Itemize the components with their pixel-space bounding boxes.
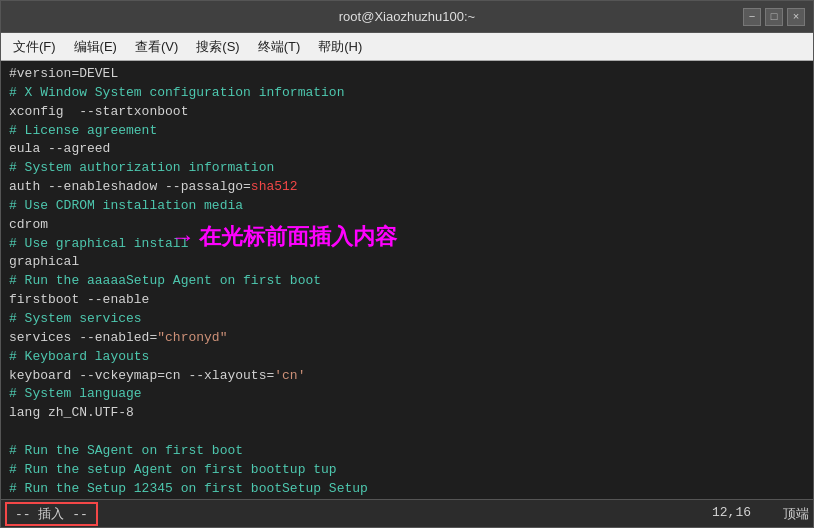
title-bar: root@Xiaozhuzhu100:~ − □ ×	[1, 1, 813, 33]
line-11: graphical	[9, 253, 805, 272]
menu-search[interactable]: 搜索(S)	[188, 35, 247, 59]
menu-file[interactable]: 文件(F)	[5, 35, 64, 59]
terminal-window: root@Xiaozhuzhu100:~ − □ × 文件(F) 编辑(E) 查…	[0, 0, 814, 528]
line-8: # Use CDROM installation media	[9, 197, 805, 216]
line-19: lang zh_CN.UTF-8	[9, 404, 805, 423]
line-17: keyboard --vckeymap=cn --xlayouts='cn'	[9, 367, 805, 386]
line-20	[9, 423, 805, 442]
line-22: # Run the setup Agent on first boottup t…	[9, 461, 805, 480]
status-bar: -- 插入 -- 12,16 顶端	[1, 499, 813, 527]
status-left: -- 插入 --	[5, 502, 98, 526]
line-7: auth --enableshadow --passalgo=sha512	[9, 178, 805, 197]
menu-bar: 文件(F) 编辑(E) 查看(V) 搜索(S) 终端(T) 帮助(H)	[1, 33, 813, 61]
window-title: root@Xiaozhuzhu100:~	[339, 9, 475, 24]
line-13: firstboot --enable	[9, 291, 805, 310]
menu-edit[interactable]: 编辑(E)	[66, 35, 125, 59]
line-5: eula --agreed	[9, 140, 805, 159]
maximize-button[interactable]: □	[765, 8, 783, 26]
line-3: xconfig --startxonboot	[9, 103, 805, 122]
terminal-content[interactable]: #version=DEVEL # X Window System configu…	[1, 61, 813, 499]
line-16: # Keyboard layouts	[9, 348, 805, 367]
line-14: # System services	[9, 310, 805, 329]
insert-mode-label: -- 插入 --	[5, 502, 98, 526]
menu-terminal[interactable]: 终端(T)	[250, 35, 309, 59]
line-18: # System language	[9, 385, 805, 404]
window-controls: − □ ×	[743, 8, 805, 26]
line-10: # Use graphical install	[9, 235, 805, 254]
line-6: # System authorization information	[9, 159, 805, 178]
line-21: # Run the SAgent on first boot	[9, 442, 805, 461]
line-9: cdrom	[9, 216, 805, 235]
scroll-position: 顶端	[783, 505, 809, 523]
line-15: services --enabled="chronyd"	[9, 329, 805, 348]
menu-view[interactable]: 查看(V)	[127, 35, 186, 59]
close-button[interactable]: ×	[787, 8, 805, 26]
line-1: #version=DEVEL	[9, 65, 805, 84]
cursor-position: 12,16	[712, 505, 751, 523]
status-right: 12,16 顶端	[712, 505, 809, 523]
line-2: # X Window System configuration informat…	[9, 84, 805, 103]
line-23: # Run the Setup 12345 on first bootSetup…	[9, 480, 805, 499]
line-4: # License agreement	[9, 122, 805, 141]
menu-help[interactable]: 帮助(H)	[310, 35, 370, 59]
line-12: # Run the aaaaaSetup Agent on first boot	[9, 272, 805, 291]
minimize-button[interactable]: −	[743, 8, 761, 26]
